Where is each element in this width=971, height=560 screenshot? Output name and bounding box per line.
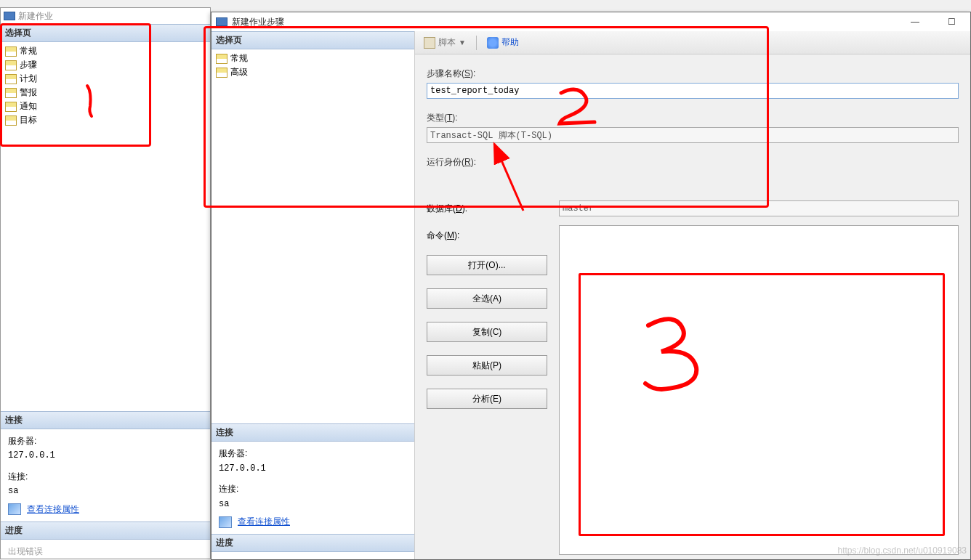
server-value: 127.0.0.1 bbox=[219, 461, 407, 476]
connection-header: 连接 bbox=[211, 423, 414, 442]
step-name-label: 步骤名称(S): bbox=[427, 63, 959, 83]
script-label: 脚本 bbox=[438, 36, 456, 49]
progress-header: 进度 bbox=[1, 522, 210, 540]
nav-label: 目标 bbox=[20, 114, 37, 126]
nav-general[interactable]: 常规 bbox=[1, 44, 210, 58]
script-icon bbox=[424, 37, 435, 49]
server-label: 服务器: bbox=[219, 446, 407, 460]
select-page-list: 常规 高级 bbox=[211, 49, 414, 81]
page-icon bbox=[5, 88, 17, 98]
main-panel: 脚本 ▼ 帮助 步骤名称(S): 类型(T): bbox=[415, 31, 970, 559]
sidebar: 选择页 常规 高级 连接 服务器: 127.0.0.1 连接: sa 查看连接属… bbox=[211, 31, 415, 559]
nav-advanced[interactable]: 高级 bbox=[211, 65, 414, 79]
run-as-label: 运行身份(R): bbox=[427, 143, 959, 171]
database-label: 数据库(D): bbox=[427, 203, 547, 215]
copy-button[interactable]: 复制(C) bbox=[427, 322, 547, 342]
parse-button[interactable]: 分析(E) bbox=[427, 389, 547, 409]
nav-general[interactable]: 常规 bbox=[211, 52, 414, 65]
database-select[interactable] bbox=[559, 200, 959, 216]
view-connection-props-link[interactable]: 查看连接属性 bbox=[27, 503, 79, 516]
nav-label: 通知 bbox=[20, 100, 37, 113]
nav-alerts[interactable]: 警报 bbox=[1, 86, 210, 100]
connection-props-icon bbox=[8, 503, 21, 515]
command-label: 命令(M): bbox=[427, 230, 547, 242]
page-icon bbox=[5, 102, 17, 112]
connection-info: 服务器: 127.0.0.1 连接: sa bbox=[211, 442, 414, 513]
minimize-button[interactable]: — bbox=[901, 14, 930, 30]
app-icon bbox=[4, 12, 15, 20]
titlebar: 新建作业步骤 — ☐ bbox=[211, 12, 970, 31]
nav-steps[interactable]: 步骤 bbox=[1, 58, 210, 72]
progress-header: 进度 bbox=[211, 534, 414, 552]
paste-button[interactable]: 粘贴(P) bbox=[427, 355, 547, 376]
nav-label: 常规 bbox=[230, 52, 248, 65]
nav-schedules[interactable]: 计划 bbox=[1, 72, 210, 86]
connection-value: sa bbox=[8, 484, 203, 498]
connection-header: 连接 bbox=[1, 411, 210, 429]
type-select[interactable] bbox=[427, 127, 959, 143]
page-icon bbox=[5, 60, 17, 70]
select-page-header: 选择页 bbox=[1, 24, 210, 42]
connection-info: 服务器: 127.0.0.1 连接: sa bbox=[1, 429, 210, 500]
connection-value: sa bbox=[219, 497, 407, 511]
select-all-button[interactable]: 全选(A) bbox=[427, 288, 547, 309]
server-value: 127.0.0.1 bbox=[8, 448, 203, 463]
parent-title: 新建作业 bbox=[18, 10, 53, 23]
progress-text: 出现错误 bbox=[8, 546, 43, 556]
nav-targets[interactable]: 目标 bbox=[1, 113, 210, 127]
select-page-header: 选择页 bbox=[211, 31, 414, 49]
maximize-button[interactable]: ☐ bbox=[937, 14, 966, 30]
page-icon bbox=[216, 54, 227, 64]
connection-label: 连接: bbox=[8, 469, 203, 484]
app-icon bbox=[216, 17, 227, 26]
connection-label: 连接: bbox=[219, 482, 407, 496]
view-connection-props-link[interactable]: 查看连接属性 bbox=[238, 516, 290, 528]
parent-titlebar: 新建作业 bbox=[1, 8, 210, 24]
help-icon bbox=[487, 37, 499, 49]
script-button[interactable]: 脚本 ▼ bbox=[421, 35, 469, 50]
nav-label: 高级 bbox=[230, 66, 248, 78]
type-label: 类型(T): bbox=[427, 99, 959, 127]
page-icon bbox=[216, 68, 227, 78]
nav-notifications[interactable]: 通知 bbox=[1, 100, 210, 113]
command-textarea[interactable] bbox=[559, 225, 959, 555]
help-label: 帮助 bbox=[501, 36, 519, 49]
page-icon bbox=[5, 74, 17, 84]
toolbar: 脚本 ▼ 帮助 bbox=[415, 31, 970, 54]
toolbar-separator bbox=[476, 36, 477, 50]
chevron-down-icon: ▼ bbox=[459, 38, 466, 46]
dialog-title: 新建作业步骤 bbox=[232, 16, 284, 28]
watermark: https://blog.csdn.net/u010919083 bbox=[838, 545, 967, 556]
select-page-list: 常规 步骤 计划 警报 通知 目标 bbox=[1, 42, 210, 129]
connection-props-icon bbox=[219, 516, 232, 528]
step-name-input[interactable] bbox=[427, 83, 959, 99]
nav-label: 计划 bbox=[20, 73, 37, 85]
nav-label: 警报 bbox=[20, 86, 37, 99]
dialog-new-job-step: 新建作业步骤 — ☐ 选择页 常规 高级 连接 服务器: 127.0.0.1 连… bbox=[211, 12, 971, 560]
nav-label: 常规 bbox=[20, 45, 37, 57]
help-button[interactable]: 帮助 bbox=[484, 35, 522, 50]
page-icon bbox=[5, 115, 17, 126]
nav-label: 步骤 bbox=[20, 59, 37, 71]
open-button[interactable]: 打开(O)... bbox=[427, 255, 547, 275]
page-icon bbox=[5, 46, 17, 57]
parent-dialog-new-job: 新建作业 选择页 常规 步骤 计划 警报 通知 目标 连接 服务器: 127.0… bbox=[0, 7, 211, 559]
server-label: 服务器: bbox=[8, 434, 203, 448]
